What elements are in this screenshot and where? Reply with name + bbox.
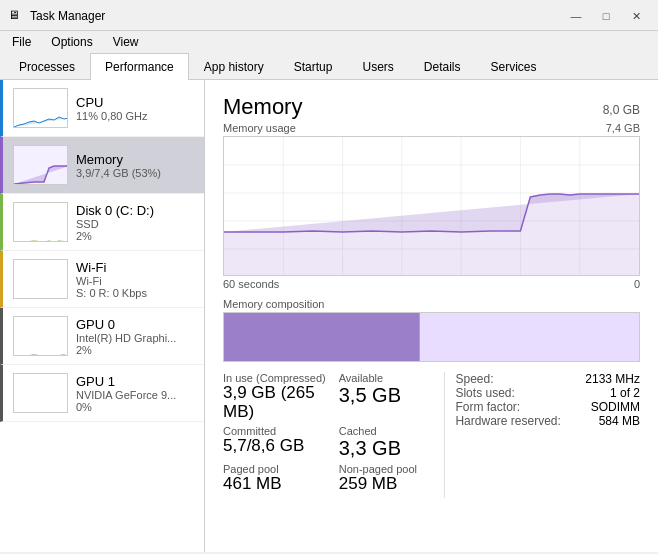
tab-details[interactable]: Details [409,53,476,80]
menu-view[interactable]: View [105,33,147,51]
sidebar-item-gpu0[interactable]: GPU 0 Intel(R) HD Graphi... 2% [0,308,204,365]
gpu1-mini-chart [14,374,68,413]
disk-stats: 2% [76,230,194,242]
cached-value: 3,3 GB [339,437,445,459]
gpu1-stats: 0% [76,401,194,413]
minimize-button[interactable]: — [562,6,590,26]
speed-label: Speed: [455,372,493,386]
composition-section: Memory composition [223,298,640,362]
speed-value: 2133 MHz [585,372,640,386]
detail-total: 8,0 GB [603,103,640,117]
sidebar-item-disk[interactable]: Disk 0 (C: D:) SSD 2% [0,194,204,251]
disk-type: SSD [76,218,194,230]
cpu-info: CPU 11% 0,80 GHz [76,95,194,122]
tab-processes[interactable]: Processes [4,53,90,80]
disk-label: Disk 0 (C: D:) [76,203,194,218]
memory-thumbnail [13,145,68,185]
cpu-label: CPU [76,95,194,110]
nonpaged-block: Non-paged pool 259 MB [339,463,445,494]
tab-services[interactable]: Services [476,53,552,80]
in-use-block: In use (Compressed) 3,9 GB (265 MB) [223,372,329,421]
right-stats: Speed: 2133 MHz Slots used: 1 of 2 Form … [444,372,640,498]
title-bar-left: 🖥 Task Manager [8,8,105,24]
detail-panel: Memory 8,0 GB Memory usage 7,4 GB [205,80,658,552]
cached-label: Cached [339,425,445,437]
tab-startup[interactable]: Startup [279,53,348,80]
committed-value: 5,7/8,6 GB [223,437,329,456]
gpu1-thumbnail [13,373,68,413]
committed-block: Committed 5,7/8,6 GB [223,425,329,459]
cached-block: Cached 3,3 GB [339,425,445,459]
hwreserved-row: Hardware reserved: 584 MB [455,414,640,428]
available-label: Available [339,372,445,384]
gpu1-name: NVIDIA GeForce 9... [76,389,194,401]
stats-area: In use (Compressed) 3,9 GB (265 MB) Avai… [223,372,640,498]
slots-value: 1 of 2 [610,386,640,400]
gpu0-stats: 2% [76,344,194,356]
disk-info: Disk 0 (C: D:) SSD 2% [76,203,194,242]
memory-chart-svg [224,137,639,276]
detail-header: Memory 8,0 GB [223,94,640,120]
available-value: 3,5 GB [339,384,445,406]
form-label: Form factor: [455,400,520,414]
nonpaged-value: 259 MB [339,475,445,494]
wifi-mini-chart [14,260,68,299]
app-icon: 🖥 [8,8,24,24]
usage-chart-section: Memory usage 7,4 GB [223,122,640,290]
sidebar-item-wifi[interactable]: Wi-Fi Wi-Fi S: 0 R: 0 Kbps [0,251,204,308]
gpu0-thumbnail [13,316,68,356]
usage-max: 7,4 GB [606,122,640,134]
close-button[interactable]: ✕ [622,6,650,26]
paged-value: 461 MB [223,475,329,494]
memory-info: Memory 3,9/7,4 GB (53%) [76,152,194,179]
menu-options[interactable]: Options [43,33,100,51]
chart-time-row: 60 seconds 0 [223,278,640,290]
available-block: Available 3,5 GB [339,372,445,421]
form-value: SODIMM [591,400,640,414]
wifi-stats: S: 0 R: 0 Kbps [76,287,194,299]
wifi-label: Wi-Fi [76,260,194,275]
usage-chart [223,136,640,276]
in-use-value: 3,9 GB (265 MB) [223,384,329,421]
gpu1-info: GPU 1 NVIDIA GeForce 9... 0% [76,374,194,413]
sidebar-item-memory[interactable]: Memory 3,9/7,4 GB (53%) [0,137,204,194]
wifi-info: Wi-Fi Wi-Fi S: 0 R: 0 Kbps [76,260,194,299]
tab-performance[interactable]: Performance [90,53,189,80]
sidebar-item-cpu[interactable]: CPU 11% 0,80 GHz [0,80,204,137]
left-stats: In use (Compressed) 3,9 GB (265 MB) Avai… [223,372,444,498]
maximize-button[interactable]: □ [592,6,620,26]
time-left: 60 seconds [223,278,279,290]
app-title: Task Manager [30,9,105,23]
gpu0-name: Intel(R) HD Graphi... [76,332,194,344]
title-controls: — □ ✕ [562,6,650,26]
wifi-name: Wi-Fi [76,275,194,287]
disk-mini-chart [14,203,68,242]
hwreserved-label: Hardware reserved: [455,414,560,428]
slots-row: Slots used: 1 of 2 [455,386,640,400]
menu-bar: File Options View [0,31,658,53]
time-right: 0 [634,278,640,290]
sidebar-item-gpu1[interactable]: GPU 1 NVIDIA GeForce 9... 0% [0,365,204,422]
menu-file[interactable]: File [4,33,39,51]
chart-label-row: Memory usage 7,4 GB [223,122,640,134]
composition-chart [223,312,640,362]
cpu-mini-chart [14,89,68,128]
memory-stats: 3,9/7,4 GB (53%) [76,167,194,179]
disk-thumbnail [13,202,68,242]
slots-label: Slots used: [455,386,514,400]
speed-row: Speed: 2133 MHz [455,372,640,386]
comp-available-bar [420,313,639,361]
main-content: CPU 11% 0,80 GHz Memory 3,9/7,4 GB (53%) [0,80,658,552]
cpu-thumbnail [13,88,68,128]
tab-users[interactable]: Users [347,53,408,80]
detail-title: Memory [223,94,302,120]
tab-apphistory[interactable]: App history [189,53,279,80]
gpu0-mini-chart [14,317,68,356]
sidebar: CPU 11% 0,80 GHz Memory 3,9/7,4 GB (53%) [0,80,205,552]
cpu-stats: 11% 0,80 GHz [76,110,194,122]
title-bar: 🖥 Task Manager — □ ✕ [0,0,658,31]
hwreserved-value: 584 MB [599,414,640,428]
tab-bar: Processes Performance App history Startu… [0,53,658,80]
wifi-thumbnail [13,259,68,299]
stats-grid: In use (Compressed) 3,9 GB (265 MB) Avai… [223,372,444,498]
